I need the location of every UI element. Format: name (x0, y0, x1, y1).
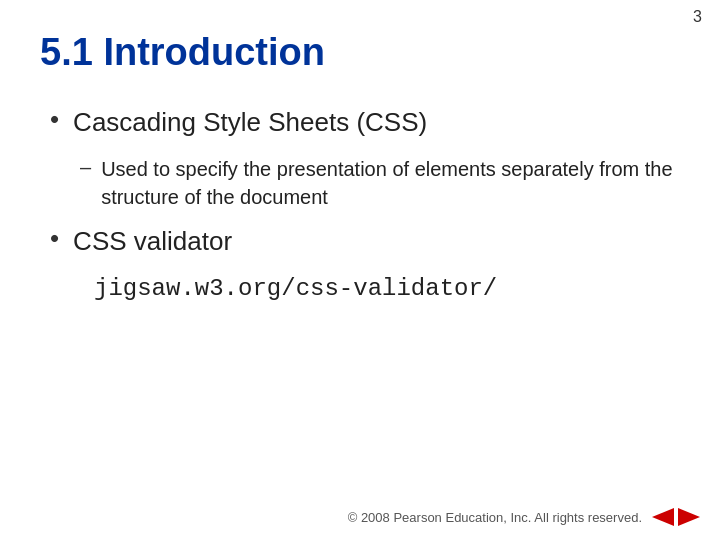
copyright-text: © 2008 Pearson Education, Inc. All right… (348, 510, 642, 525)
next-button[interactable] (678, 508, 700, 526)
sub-bullet-dash: – (80, 156, 91, 179)
list-item: • CSS validator (50, 225, 680, 259)
sub-bullet-text-css: Used to specify the presentation of elem… (101, 155, 680, 211)
sub-bullet-item: – Used to specify the presentation of el… (80, 155, 680, 211)
bullet-dot: • (50, 104, 59, 135)
content-area: • Cascading Style Sheets (CSS) – Used to… (40, 106, 680, 303)
slide-container: 3 5.1 Introduction • Cascading Style She… (0, 0, 720, 540)
nav-buttons (652, 508, 700, 526)
sub-bullet-area: – Used to specify the presentation of el… (80, 155, 680, 211)
slide-number: 3 (693, 8, 702, 26)
bullet-text-validator: CSS validator (73, 225, 232, 259)
bullet-dot: • (50, 223, 59, 254)
prev-button[interactable] (652, 508, 674, 526)
validator-url: jigsaw.w3.org/css-validator/ (94, 275, 680, 302)
list-item: • Cascading Style Sheets (CSS) (50, 106, 680, 140)
bullet-text-css: Cascading Style Sheets (CSS) (73, 106, 427, 140)
slide-title: 5.1 Introduction (40, 30, 680, 76)
footer: © 2008 Pearson Education, Inc. All right… (348, 508, 700, 526)
